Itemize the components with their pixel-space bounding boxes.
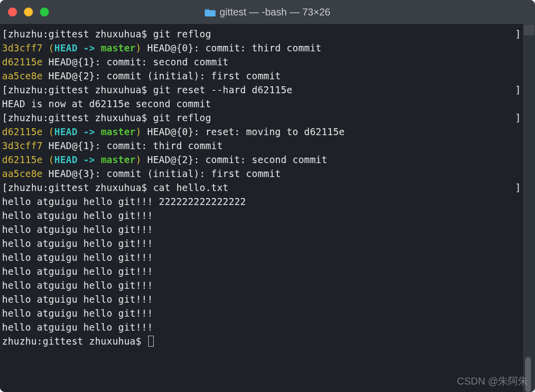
command-text: git reset --hard d62115e [153, 84, 292, 95]
file-line: hello atguigu hello git!!! [2, 250, 521, 264]
cursor-icon [148, 336, 154, 347]
command-text: git reflog [153, 28, 211, 39]
reflog-message: HEAD@{0}: reset: moving to d62115e [141, 126, 344, 137]
minimize-icon[interactable] [24, 7, 33, 16]
commit-hash: aa5ce8e [2, 168, 42, 179]
commit-hash: d62115e [2, 56, 42, 67]
terminal-output[interactable]: [zhuzhu:gittest zhuxuhua$ git reflog]3d3… [0, 24, 523, 392]
file-line: hello atguigu hello git!!! [2, 306, 521, 320]
folder-icon [205, 7, 216, 16]
window-title-text: gittest — -bash — 73×26 [220, 6, 330, 18]
cat-output: hello atguigu hello git!!! 2222222222222… [2, 195, 521, 334]
head-ref: HEAD -> [54, 126, 101, 137]
prompt-close: ] [515, 181, 521, 195]
file-line: hello atguigu hello git!!! [2, 222, 521, 236]
commit-hash: d62115e [2, 126, 42, 137]
window-title: gittest — -bash — 73×26 [205, 6, 330, 18]
reflog-output-1: 3d3cff7 (HEAD -> master) HEAD@{0}: commi… [2, 41, 521, 83]
reflog-message: HEAD@{3}: commit (initial): first commit [42, 168, 280, 179]
prompt-close: ] [515, 111, 521, 125]
terminal-body: [zhuzhu:gittest zhuxuhua$ git reflog]3d3… [0, 24, 535, 392]
head-ref: HEAD -> [54, 42, 101, 53]
prompt: [zhuzhu:gittest zhuxuhua$ [2, 84, 153, 95]
titlebar: gittest — -bash — 73×26 [0, 0, 535, 24]
reflog-message: HEAD@{2}: commit: second commit [141, 154, 327, 165]
file-line: hello atguigu hello git!!! 2222222222222… [2, 195, 521, 208]
branch-ref: master [101, 42, 136, 53]
maximize-icon[interactable] [40, 7, 49, 16]
window-controls [8, 7, 49, 16]
reflog-message: HEAD@{0}: commit: third commit [141, 42, 321, 53]
file-line: hello atguigu hello git!!! [2, 208, 521, 222]
prompt: [zhuzhu:gittest zhuxuhua$ [2, 28, 153, 39]
reflog-message: HEAD@{1}: commit: third commit [42, 140, 223, 151]
file-line: hello atguigu hello git!!! [2, 320, 521, 334]
reflog-message: HEAD@{1}: commit: second commit [42, 56, 228, 67]
command-text: git reflog [153, 112, 211, 123]
terminal-window: gittest — -bash — 73×26 [zhuzhu:gittest … [0, 0, 535, 392]
branch-ref: master [101, 126, 136, 137]
scrollbar[interactable] [523, 24, 535, 392]
commit-hash: 3d3cff7 [2, 42, 42, 53]
branch-ref: master [101, 154, 136, 165]
reflog-output-2: d62115e (HEAD -> master) HEAD@{0}: reset… [2, 125, 521, 181]
head-ref: HEAD -> [54, 154, 101, 165]
prompt-close: ] [515, 83, 521, 97]
file-line: hello atguigu hello git!!! [2, 264, 521, 278]
prompt-plain: zhuzhu:gittest zhuxuhua$ [2, 336, 147, 347]
file-line: hello atguigu hello git!!! [2, 278, 521, 292]
commit-hash: d62115e [2, 154, 42, 165]
prompt: [zhuzhu:gittest zhuxuhua$ [2, 182, 153, 193]
reset-output: HEAD is now at d62115e second commit [2, 97, 521, 111]
file-line: hello atguigu hello git!!! [2, 236, 521, 250]
prompt-close: ] [515, 27, 521, 41]
prompt: [zhuzhu:gittest zhuxuhua$ [2, 112, 153, 123]
scroll-marker-icon [523, 24, 535, 36]
reflog-message: HEAD@{2}: commit (initial): first commit [42, 70, 280, 81]
commit-hash: aa5ce8e [2, 70, 42, 81]
scroll-track[interactable] [523, 36, 535, 392]
file-line: hello atguigu hello git!!! [2, 292, 521, 306]
command-text: cat hello.txt [153, 182, 229, 193]
close-icon[interactable] [8, 7, 17, 16]
commit-hash: 3d3cff7 [2, 140, 42, 151]
scroll-thumb[interactable] [525, 357, 531, 392]
